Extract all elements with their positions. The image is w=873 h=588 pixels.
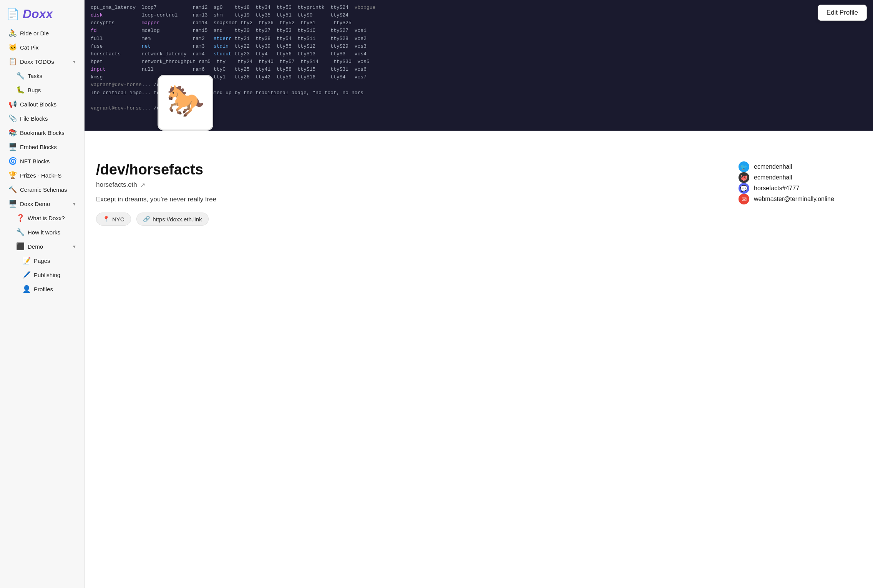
ens-text: horsefacts.eth (96, 181, 137, 189)
sidebar-item-callout-blocks[interactable]: 📢Callout Blocks (2, 97, 82, 111)
profiles-label: Profiles (34, 286, 53, 292)
sidebar-item-bugs[interactable]: 🐛Bugs (2, 83, 82, 97)
twitter-icon: 🐦 (739, 161, 749, 172)
doxx-demo-label: Doxx Demo (20, 201, 50, 207)
ceramic-schemas-icon: 🔨 (8, 185, 17, 194)
publishing-icon: 🖊️ (22, 271, 31, 279)
pages-icon: 📝 (22, 256, 31, 265)
social-row-github[interactable]: 🐙ecmendenhall (739, 172, 861, 183)
sidebar-item-tasks[interactable]: 🔧Tasks (2, 69, 82, 83)
sidebar-item-prizes-hackfs[interactable]: 🏆Prizes - HackFS (2, 168, 82, 182)
sidebar-item-ride-or-die[interactable]: 🚴Ride or Die (2, 26, 82, 40)
pages-label: Pages (34, 257, 50, 264)
bugs-icon: 🐛 (16, 86, 25, 94)
terminal-display: cpu_dma_latency loop7 ram12 sg0 tty18 tt… (85, 0, 873, 131)
external-link-icon[interactable]: ↗ (140, 181, 145, 189)
discord-handle: horsefacts#4777 (754, 185, 799, 192)
github-handle: ecmendenhall (754, 174, 792, 181)
twitter-handle: ecmendenhall (754, 163, 792, 170)
what-is-doxx-icon: ❓ (16, 214, 25, 222)
sidebar-item-file-blocks[interactable]: 📎File Blocks (2, 111, 82, 125)
doxx-todos-chevron-icon: ▾ (73, 59, 76, 65)
logo-text: Doxx (23, 7, 53, 21)
email-handle: webmaster@terminally.online (754, 196, 834, 203)
sidebar-item-pages[interactable]: 📝Pages (2, 254, 82, 267)
cat-pix-icon: 🐱 (8, 43, 17, 51)
doxx-demo-icon: 🖥️ (8, 199, 17, 208)
callout-blocks-icon: 📢 (8, 100, 17, 108)
link-icon: 🔗 (143, 216, 150, 223)
profile-name: /dev/horsefacts (96, 161, 723, 178)
sidebar-item-doxx-todos[interactable]: 📋Doxx TODOs▾ (2, 55, 82, 68)
ride-or-die-label: Ride or Die (20, 30, 49, 37)
sidebar-item-cat-pix[interactable]: 🐱Cat Pix (2, 40, 82, 54)
website-text: https://doxx.eth.link (153, 216, 202, 223)
prizes-hackfs-label: Prizes - HackFS (20, 172, 61, 179)
social-links: 🐦ecmendenhall🐙ecmendenhall💬horsefacts#47… (739, 161, 861, 204)
github-icon: 🐙 (739, 172, 749, 183)
demo-icon: ⬛ (16, 242, 25, 251)
nft-blocks-label: NFT Blocks (20, 158, 50, 164)
sidebar-item-embed-blocks[interactable]: 🖥️Embed Blocks (2, 140, 82, 154)
demo-chevron-icon: ▾ (73, 244, 76, 249)
website-tag[interactable]: 🔗 https://doxx.eth.link (136, 213, 208, 226)
app-logo[interactable]: 📄 Doxx (0, 0, 84, 26)
profiles-icon: 👤 (22, 285, 31, 293)
sidebar-item-bookmark-blocks[interactable]: 📚Bookmark Blocks (2, 126, 82, 140)
profile-ens: horsefacts.eth ↗ (96, 181, 723, 189)
how-it-works-icon: 🔧 (16, 228, 25, 236)
file-blocks-label: File Blocks (20, 115, 48, 122)
bookmark-blocks-icon: 📚 (8, 128, 17, 137)
embed-blocks-icon: 🖥️ (8, 143, 17, 151)
location-icon: 📍 (103, 216, 110, 223)
callout-blocks-label: Callout Blocks (20, 101, 56, 108)
doxx-todos-label: Doxx TODOs (20, 58, 54, 65)
logo-icon: 📄 (6, 8, 20, 20)
social-row-email[interactable]: ✉webmaster@terminally.online (739, 194, 861, 204)
sidebar-item-publishing[interactable]: 🖊️Publishing (2, 268, 82, 282)
sidebar-item-how-it-works[interactable]: 🔧How it works (2, 225, 82, 239)
sidebar-item-ceramic-schemas[interactable]: 🔨Ceramic Schemas (2, 183, 82, 196)
doxx-todos-icon: 📋 (8, 57, 17, 66)
demo-label: Demo (28, 243, 43, 250)
sidebar-item-profiles[interactable]: 👤Profiles (2, 282, 82, 296)
profile-bio: Except in dreams, you're never really fr… (96, 196, 723, 203)
sidebar-item-demo[interactable]: ⬛Demo▾ (2, 239, 82, 253)
doxx-demo-chevron-icon: ▾ (73, 201, 76, 207)
cat-pix-label: Cat Pix (20, 44, 38, 51)
bugs-label: Bugs (28, 87, 41, 93)
publishing-label: Publishing (34, 272, 60, 278)
profile-social: 🐦ecmendenhall🐙ecmendenhall💬horsefacts#47… (739, 161, 861, 576)
sidebar-item-nft-blocks[interactable]: 🌀NFT Blocks (2, 154, 82, 168)
ride-or-die-icon: 🚴 (8, 29, 17, 37)
how-it-works-label: How it works (28, 229, 60, 236)
profile-avatar: 🐎 (158, 75, 213, 131)
sidebar-item-what-is-doxx[interactable]: ❓What is Doxx? (2, 211, 82, 225)
file-blocks-icon: 📎 (8, 114, 17, 123)
sidebar-nav: 🚴Ride or Die🐱Cat Pix📋Doxx TODOs▾🔧Tasks🐛B… (0, 26, 84, 296)
bookmark-blocks-label: Bookmark Blocks (20, 130, 65, 136)
embed-blocks-label: Embed Blocks (20, 144, 57, 150)
social-row-discord[interactable]: 💬horsefacts#4777 (739, 183, 861, 194)
profile-section: /dev/horsefacts horsefacts.eth ↗ Except … (85, 131, 873, 588)
prizes-hackfs-icon: 🏆 (8, 171, 17, 179)
tasks-icon: 🔧 (16, 71, 25, 80)
sidebar-item-doxx-demo[interactable]: 🖥️Doxx Demo▾ (2, 197, 82, 211)
social-row-twitter[interactable]: 🐦ecmendenhall (739, 161, 861, 172)
profile-tags: 📍 NYC 🔗 https://doxx.eth.link (96, 213, 723, 226)
location-tag: 📍 NYC (96, 213, 131, 226)
tasks-label: Tasks (28, 73, 42, 79)
email-icon: ✉ (739, 194, 749, 204)
nft-blocks-icon: 🌀 (8, 157, 17, 165)
sidebar: 📄 Doxx 🚴Ride or Die🐱Cat Pix📋Doxx TODOs▾🔧… (0, 0, 85, 588)
discord-icon: 💬 (739, 183, 749, 194)
location-text: NYC (112, 216, 124, 223)
what-is-doxx-label: What is Doxx? (28, 215, 65, 221)
edit-profile-button[interactable]: Edit Profile (818, 5, 867, 21)
ceramic-schemas-label: Ceramic Schemas (20, 186, 67, 193)
main-content: cpu_dma_latency loop7 ram12 sg0 tty18 tt… (85, 0, 873, 588)
profile-info-left: /dev/horsefacts horsefacts.eth ↗ Except … (96, 161, 723, 576)
